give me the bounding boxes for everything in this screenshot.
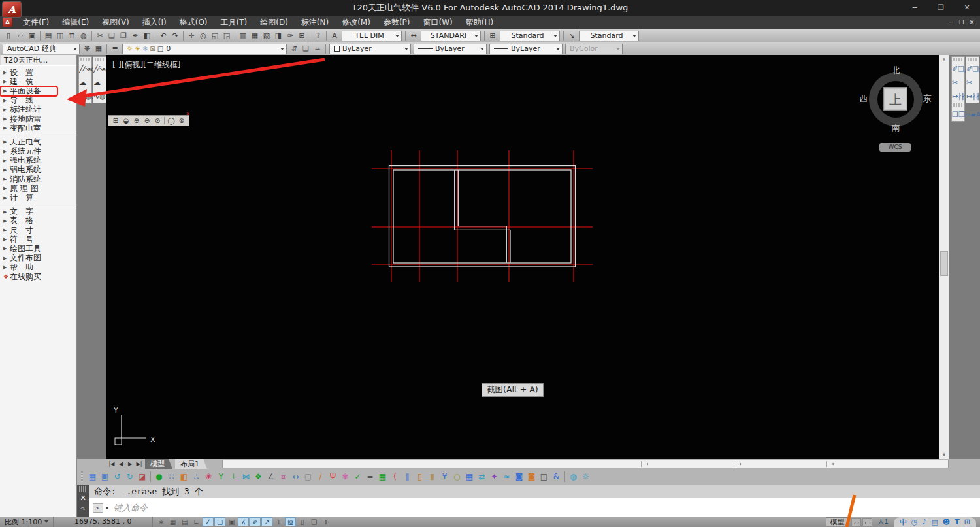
viewport-remove-icon[interactable]: ⊖ [142, 117, 152, 124]
flower-mark-icon[interactable]: ❀ [203, 471, 215, 483]
menu-item-1[interactable]: 编辑(E) [56, 16, 95, 29]
sphere-tool-icon[interactable]: ◍ [567, 471, 580, 483]
viewport-add-icon[interactable]: ⊕ [131, 117, 142, 124]
scroll-down-icon[interactable]: ∨ [939, 449, 949, 459]
quickcalc-icon[interactable]: ⊞ [296, 30, 308, 41]
block-tool-icon[interactable]: ◧ [178, 471, 190, 483]
check-wire-icon[interactable]: ✓ [351, 471, 364, 483]
tray-toolbox-icon[interactable]: ⊞ [964, 517, 970, 527]
menu-item-9[interactable]: 参数(P) [377, 16, 417, 29]
workspace-select[interactable]: AutoCAD 经典 [3, 44, 80, 54]
infer-constraints-toggle[interactable]: ∗ [155, 517, 167, 526]
layer-isolate-icon[interactable]: ❏ [300, 43, 312, 54]
layer-states-manager-icon[interactable]: ⇵ [288, 43, 300, 54]
line-icon[interactable]: ╱ [93, 65, 98, 73]
view-undo-icon[interactable]: ↺ [111, 471, 123, 483]
dim-style-icon[interactable]: ↔ [408, 30, 419, 41]
viewport-grid-icon[interactable]: ⊞ [110, 117, 121, 124]
horizontal-scrollbar[interactable]: ‹‹‹ [222, 460, 949, 468]
view-sphere-close-icon[interactable]: ⊗ [176, 117, 187, 124]
copy-icon[interactable]: ❏ [972, 65, 979, 73]
diamond-tool-icon[interactable]: ❖ [252, 471, 265, 483]
ortho-mode-toggle[interactable]: ∟ [191, 517, 202, 526]
help-icon[interactable]: ? [312, 30, 324, 41]
command-input-row[interactable]: >_ 键入命令 [89, 499, 980, 517]
toolbar-close-icon[interactable]: ✕ [186, 111, 190, 117]
table-style-icon[interactable]: ⊞ [487, 30, 498, 41]
spline-icon[interactable]: ∿ [79, 92, 85, 101]
paste-icon[interactable]: ❐ [118, 30, 129, 41]
layer-lock-icon[interactable]: ⊠ [150, 45, 155, 52]
menu-item-4[interactable]: 格式(O) [173, 16, 214, 29]
grid-display-toggle[interactable]: ▤ [179, 517, 190, 526]
command-float-icon[interactable]: ↷ [77, 506, 89, 513]
send-to-back-icon[interactable]: ❒ [958, 110, 965, 119]
command-history[interactable]: 命令: _.erase 找到 3 个 [89, 484, 980, 498]
sidebar-item-在线购买[interactable]: ❖在线购买 [0, 272, 76, 281]
compass-north-label[interactable]: 北 [887, 65, 905, 76]
menu-item-11[interactable]: 帮助(H) [459, 16, 500, 29]
quick-properties-toggle[interactable]: ▯ [297, 517, 308, 526]
compass-south-label[interactable]: 南 [887, 122, 905, 134]
pole-y-icon[interactable]: Y [215, 471, 227, 483]
quick-view-drawings-icon[interactable]: ▭ [862, 518, 872, 526]
model-space-button[interactable]: 模型 [826, 517, 848, 526]
polar-tracking-toggle[interactable]: ∠ [203, 517, 214, 526]
open-icon[interactable]: ▱ [14, 30, 26, 41]
object-snap-toggle[interactable]: ▢ [214, 517, 225, 526]
cube-tool-icon[interactable]: ◫ [538, 471, 550, 483]
view-redo-icon[interactable]: ↻ [123, 471, 136, 483]
pan-icon[interactable]: ✛ [186, 30, 197, 41]
command-dock[interactable]: ✕ ↷ [77, 484, 89, 517]
selection-cycling-toggle[interactable]: ❏ [308, 517, 319, 526]
view-sphere-icon[interactable]: ◯ [166, 117, 176, 124]
save-file-icon[interactable]: ▣ [99, 471, 111, 483]
menu-item-8[interactable]: 修改(M) [335, 16, 377, 29]
menu-item-10[interactable]: 窗口(W) [417, 16, 459, 29]
block-editor-icon[interactable]: ◧ [141, 30, 153, 41]
sidebar-item-计算[interactable]: ▶计 算 [0, 193, 76, 202]
mdi-restore-button[interactable]: ❐ [956, 19, 966, 26]
panel-grid-icon[interactable]: ▦ [463, 471, 476, 483]
viewport-off-icon[interactable]: ⊘ [152, 117, 163, 124]
tab-layout1[interactable]: 布局1 [175, 459, 207, 469]
tab-nav-0-icon[interactable]: |◀ [107, 460, 116, 468]
object-snap-tracking-toggle[interactable]: ∡ [238, 517, 249, 526]
tool-palettes-icon[interactable]: ▧ [261, 30, 272, 41]
polyline-icon[interactable]: ↝ [99, 65, 105, 73]
zoom-window-icon[interactable]: ◱ [209, 30, 221, 41]
revision-cloud-icon[interactable]: ☁ [93, 78, 101, 87]
linetype-select[interactable]: ByLayer [414, 44, 487, 54]
probe-icon[interactable]: ¤ [277, 471, 289, 483]
tab-nav-1-icon[interactable]: ◀ [116, 460, 125, 468]
insert-device-icon[interactable]: ● [153, 471, 165, 483]
swap-tool-icon[interactable]: ⇄ [476, 471, 488, 483]
menu-item-6[interactable]: 绘图(D) [253, 16, 295, 29]
point-tool-icon[interactable]: ∴ [190, 471, 203, 483]
tray-microphone-icon[interactable]: ♪ [922, 517, 926, 527]
minimize-button[interactable]: ─ [902, 0, 928, 15]
viewcube-top-face[interactable]: 上 [883, 87, 907, 111]
menu-item-0[interactable]: 文件(F) [16, 16, 56, 29]
layer-sun-icon[interactable]: ☀ [135, 45, 140, 52]
cross-link-icon[interactable]: ⋈ [240, 471, 252, 483]
cut-icon[interactable]: ✂ [94, 30, 106, 41]
equal-tool-icon[interactable]: = [364, 471, 376, 483]
compass-east-label[interactable]: 东 [918, 93, 936, 105]
layer-freeze-icon[interactable]: ❄ [142, 45, 148, 52]
bracket-tool-icon[interactable]: ( [389, 471, 401, 483]
wave-tool-icon[interactable]: ≈ [500, 471, 513, 483]
hscroll-left-icon-2[interactable]: ‹ [832, 460, 834, 468]
hscroll-left-icon-0[interactable]: ‹ [646, 460, 649, 468]
properties-icon[interactable]: ▥ [237, 30, 249, 41]
layer-bulb-icon[interactable]: ☼ [127, 45, 133, 52]
capture-grid-icon[interactable]: ▦ [86, 471, 99, 483]
command-input[interactable]: 键入命令 [114, 502, 148, 514]
autocad-logo-icon[interactable]: A [2, 1, 22, 18]
psi-tool-icon[interactable]: Ψ [327, 471, 339, 483]
wcs-dropdown[interactable]: WCS [879, 143, 911, 152]
annotation-monitor-toggle[interactable]: ✛ [320, 517, 331, 526]
3d-object-snap-toggle[interactable]: ▣ [226, 517, 237, 526]
app-menu-icon[interactable]: A [3, 18, 12, 27]
erase-icon[interactable]: ✐ [952, 65, 958, 73]
